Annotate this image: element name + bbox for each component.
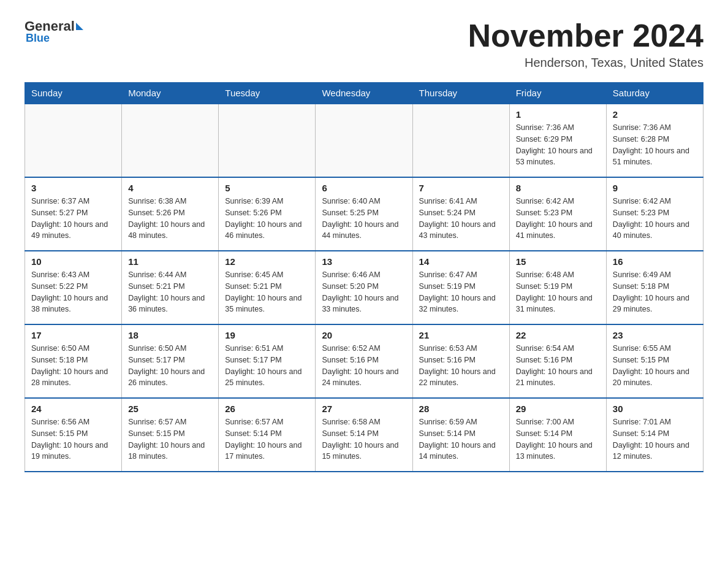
day-number: 17 <box>31 330 115 340</box>
calendar-cell <box>412 104 509 177</box>
day-info: Sunrise: 6:57 AMSunset: 5:14 PMDaylight:… <box>225 416 309 462</box>
calendar-cell: 15Sunrise: 6:48 AMSunset: 5:19 PMDayligh… <box>509 251 606 324</box>
day-number: 13 <box>322 256 406 267</box>
logo-area: General Blue <box>25 18 83 45</box>
calendar-cell: 21Sunrise: 6:53 AMSunset: 5:16 PMDayligh… <box>412 324 509 398</box>
day-number: 27 <box>322 404 406 414</box>
day-info: Sunrise: 6:37 AMSunset: 5:27 PMDaylight:… <box>31 196 115 242</box>
header-day-saturday: Saturday <box>606 83 703 104</box>
day-number: 9 <box>613 183 697 193</box>
day-info: Sunrise: 7:01 AMSunset: 5:14 PMDaylight:… <box>613 416 697 462</box>
calendar-cell: 16Sunrise: 6:49 AMSunset: 5:18 PMDayligh… <box>606 251 703 324</box>
calendar-cell <box>25 104 122 177</box>
calendar-cell: 22Sunrise: 6:54 AMSunset: 5:16 PMDayligh… <box>509 324 606 398</box>
day-number: 5 <box>225 183 309 193</box>
day-info: Sunrise: 6:42 AMSunset: 5:23 PMDaylight:… <box>516 196 600 242</box>
day-info: Sunrise: 6:56 AMSunset: 5:15 PMDaylight:… <box>31 416 115 462</box>
day-number: 28 <box>419 404 503 414</box>
calendar-cell: 23Sunrise: 6:55 AMSunset: 5:15 PMDayligh… <box>606 324 703 398</box>
day-info: Sunrise: 6:49 AMSunset: 5:18 PMDaylight:… <box>613 269 697 315</box>
day-number: 25 <box>128 404 212 414</box>
calendar-cell <box>219 104 316 177</box>
day-number: 10 <box>31 256 115 267</box>
day-number: 29 <box>516 404 600 414</box>
day-info: Sunrise: 6:51 AMSunset: 5:17 PMDaylight:… <box>225 343 309 389</box>
calendar-cell: 3Sunrise: 6:37 AMSunset: 5:27 PMDaylight… <box>25 177 122 251</box>
calendar-cell: 10Sunrise: 6:43 AMSunset: 5:22 PMDayligh… <box>25 251 122 324</box>
calendar-cell: 30Sunrise: 7:01 AMSunset: 5:14 PMDayligh… <box>606 398 703 472</box>
day-number: 2 <box>613 109 697 120</box>
calendar-week-4: 17Sunrise: 6:50 AMSunset: 5:18 PMDayligh… <box>25 324 703 398</box>
day-info: Sunrise: 7:00 AMSunset: 5:14 PMDaylight:… <box>516 416 600 462</box>
calendar-cell: 26Sunrise: 6:57 AMSunset: 5:14 PMDayligh… <box>219 398 316 472</box>
day-info: Sunrise: 6:54 AMSunset: 5:16 PMDaylight:… <box>516 343 600 389</box>
calendar-cell: 27Sunrise: 6:58 AMSunset: 5:14 PMDayligh… <box>316 398 412 472</box>
day-info: Sunrise: 7:36 AMSunset: 6:28 PMDaylight:… <box>613 122 697 168</box>
calendar-cell: 5Sunrise: 6:39 AMSunset: 5:26 PMDaylight… <box>219 177 316 251</box>
day-info: Sunrise: 6:43 AMSunset: 5:22 PMDaylight:… <box>31 269 115 315</box>
day-number: 7 <box>419 183 503 193</box>
day-number: 14 <box>419 256 503 267</box>
calendar-cell: 14Sunrise: 6:47 AMSunset: 5:19 PMDayligh… <box>412 251 509 324</box>
day-info: Sunrise: 6:50 AMSunset: 5:17 PMDaylight:… <box>128 343 212 389</box>
header-day-tuesday: Tuesday <box>219 83 316 104</box>
calendar-week-2: 3Sunrise: 6:37 AMSunset: 5:27 PMDaylight… <box>25 177 703 251</box>
calendar-cell: 8Sunrise: 6:42 AMSunset: 5:23 PMDaylight… <box>509 177 606 251</box>
calendar-header-row: SundayMondayTuesdayWednesdayThursdayFrid… <box>25 83 703 104</box>
day-info: Sunrise: 6:42 AMSunset: 5:23 PMDaylight:… <box>613 196 697 242</box>
day-number: 19 <box>225 330 309 340</box>
calendar-cell: 4Sunrise: 6:38 AMSunset: 5:26 PMDaylight… <box>122 177 219 251</box>
day-info: Sunrise: 6:47 AMSunset: 5:19 PMDaylight:… <box>419 269 503 315</box>
calendar-cell: 25Sunrise: 6:57 AMSunset: 5:15 PMDayligh… <box>122 398 219 472</box>
calendar-cell: 18Sunrise: 6:50 AMSunset: 5:17 PMDayligh… <box>122 324 219 398</box>
calendar-cell <box>122 104 219 177</box>
header: General Blue November 2024 Henderson, Te… <box>25 18 703 70</box>
day-number: 30 <box>613 404 697 414</box>
header-day-friday: Friday <box>509 83 606 104</box>
day-info: Sunrise: 6:52 AMSunset: 5:16 PMDaylight:… <box>322 343 406 389</box>
day-info: Sunrise: 6:38 AMSunset: 5:26 PMDaylight:… <box>128 196 212 242</box>
day-info: Sunrise: 6:39 AMSunset: 5:26 PMDaylight:… <box>225 196 309 242</box>
calendar-cell: 29Sunrise: 7:00 AMSunset: 5:14 PMDayligh… <box>509 398 606 472</box>
day-info: Sunrise: 6:40 AMSunset: 5:25 PMDaylight:… <box>322 196 406 242</box>
day-number: 15 <box>516 256 600 267</box>
day-number: 26 <box>225 404 309 414</box>
location: Henderson, Texas, United States <box>468 56 703 70</box>
day-number: 1 <box>516 109 600 120</box>
day-number: 20 <box>322 330 406 340</box>
logo-triangle-icon <box>76 23 83 30</box>
calendar-week-3: 10Sunrise: 6:43 AMSunset: 5:22 PMDayligh… <box>25 251 703 324</box>
day-info: Sunrise: 6:53 AMSunset: 5:16 PMDaylight:… <box>419 343 503 389</box>
day-number: 16 <box>613 256 697 267</box>
day-info: Sunrise: 6:55 AMSunset: 5:15 PMDaylight:… <box>613 343 697 389</box>
calendar-cell: 1Sunrise: 7:36 AMSunset: 6:29 PMDaylight… <box>509 104 606 177</box>
calendar-cell: 12Sunrise: 6:45 AMSunset: 5:21 PMDayligh… <box>219 251 316 324</box>
calendar-cell: 28Sunrise: 6:59 AMSunset: 5:14 PMDayligh… <box>412 398 509 472</box>
day-info: Sunrise: 7:36 AMSunset: 6:29 PMDaylight:… <box>516 122 600 168</box>
day-number: 8 <box>516 183 600 193</box>
day-number: 11 <box>128 256 212 267</box>
calendar-cell: 6Sunrise: 6:40 AMSunset: 5:25 PMDaylight… <box>316 177 412 251</box>
calendar-cell: 24Sunrise: 6:56 AMSunset: 5:15 PMDayligh… <box>25 398 122 472</box>
day-number: 22 <box>516 330 600 340</box>
day-number: 12 <box>225 256 309 267</box>
calendar-cell <box>316 104 412 177</box>
calendar-week-5: 24Sunrise: 6:56 AMSunset: 5:15 PMDayligh… <box>25 398 703 472</box>
day-info: Sunrise: 6:45 AMSunset: 5:21 PMDaylight:… <box>225 269 309 315</box>
day-info: Sunrise: 6:58 AMSunset: 5:14 PMDaylight:… <box>322 416 406 462</box>
calendar-cell: 2Sunrise: 7:36 AMSunset: 6:28 PMDaylight… <box>606 104 703 177</box>
calendar-cell: 17Sunrise: 6:50 AMSunset: 5:18 PMDayligh… <box>25 324 122 398</box>
title-area: November 2024 Henderson, Texas, United S… <box>468 18 703 70</box>
day-info: Sunrise: 6:59 AMSunset: 5:14 PMDaylight:… <box>419 416 503 462</box>
logo-blue-text: Blue <box>25 32 50 45</box>
month-title: November 2024 <box>468 18 703 53</box>
calendar-cell: 20Sunrise: 6:52 AMSunset: 5:16 PMDayligh… <box>316 324 412 398</box>
day-number: 18 <box>128 330 212 340</box>
day-info: Sunrise: 6:41 AMSunset: 5:24 PMDaylight:… <box>419 196 503 242</box>
day-info: Sunrise: 6:50 AMSunset: 5:18 PMDaylight:… <box>31 343 115 389</box>
calendar-cell: 9Sunrise: 6:42 AMSunset: 5:23 PMDaylight… <box>606 177 703 251</box>
day-number: 21 <box>419 330 503 340</box>
calendar-cell: 7Sunrise: 6:41 AMSunset: 5:24 PMDaylight… <box>412 177 509 251</box>
day-number: 6 <box>322 183 406 193</box>
day-number: 3 <box>31 183 115 193</box>
